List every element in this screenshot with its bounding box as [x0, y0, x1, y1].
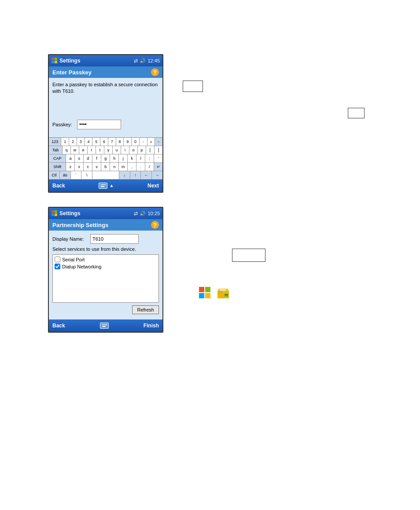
kb-key-cap[interactable]: CAP — [49, 154, 66, 162]
kb-key-n[interactable]: n — [110, 163, 119, 171]
kb-key-q[interactable]: q — [63, 146, 71, 154]
kb-key-u[interactable]: u — [113, 146, 121, 154]
next-button-1[interactable]: Next — [147, 183, 159, 189]
nav-bar-2: Back Finish — [49, 319, 162, 332]
help-icon-1[interactable]: ? — [151, 68, 159, 76]
kb-key-y[interactable]: y — [104, 146, 113, 154]
kb-key-2[interactable]: 2 — [69, 138, 77, 146]
kb-key-l[interactable]: l — [136, 154, 145, 162]
file-manager-icon[interactable] — [217, 287, 229, 299]
kb-key-backspace[interactable]: ← — [155, 138, 162, 146]
kb-key-shift[interactable]: Shift — [49, 163, 66, 171]
kb-key-tab[interactable]: Tab — [49, 146, 63, 154]
kb-key-comma[interactable]: , — [128, 163, 136, 171]
kb-key-space[interactable] — [92, 171, 119, 179]
kb-key-o[interactable]: o — [129, 146, 138, 154]
serial-port-label: Serial Port — [62, 257, 85, 262]
time-display-2: 10:25 — [147, 211, 160, 216]
svg-rect-8 — [105, 184, 106, 185]
windows-start-icon[interactable] — [199, 287, 211, 299]
ps-content: Display Name: Select services to use fro… — [49, 231, 162, 319]
kb-key-ctrl[interactable]: Ctl — [49, 171, 60, 179]
kb-key-e[interactable]: e — [79, 146, 88, 154]
title-text-2: Settings — [59, 210, 80, 216]
passkey-input[interactable] — [77, 120, 121, 129]
finish-button[interactable]: Finish — [144, 323, 159, 329]
kb-key-9[interactable]: 9 — [124, 138, 132, 146]
nav-arrow-1: ▲ — [109, 183, 114, 188]
back-button-2[interactable]: Back — [52, 323, 65, 329]
kb-key-s[interactable]: s — [75, 154, 84, 162]
kb-key-p[interactable]: p — [138, 146, 146, 154]
titlebar-right-1: ⇄ 🔊 12:45 — [134, 58, 160, 64]
floating-rect-1 — [183, 81, 203, 92]
display-name-label: Display Name: — [52, 236, 88, 242]
kb-key-g[interactable]: g — [101, 154, 110, 162]
kb-key-c[interactable]: c — [84, 163, 92, 171]
kb-key-right[interactable]: → — [152, 171, 162, 179]
kb-key-a[interactable]: a — [66, 154, 75, 162]
kb-key-h[interactable]: h — [110, 154, 119, 162]
serial-port-checkbox[interactable] — [55, 257, 60, 262]
kb-key-123[interactable]: 123 — [49, 138, 61, 146]
title-text-1: Settings — [59, 58, 80, 64]
kb-key-up[interactable]: ↑ — [130, 171, 141, 179]
svg-rect-2 — [52, 61, 54, 63]
svg-rect-5 — [101, 184, 102, 185]
keyboard-icon-2[interactable] — [100, 323, 109, 329]
kb-key-b[interactable]: b — [101, 163, 110, 171]
kb-key-m[interactable]: m — [119, 163, 128, 171]
dialup-networking-label: Dialup Networking — [62, 264, 101, 269]
kb-key-1[interactable]: 1 — [61, 138, 69, 146]
windows-flag-icon — [199, 287, 211, 299]
kb-key-0[interactable]: 0 — [132, 138, 140, 146]
kb-key-backtick[interactable]: ` — [71, 171, 82, 179]
help-icon-2[interactable]: ? — [151, 221, 159, 229]
kb-key-5[interactable]: 5 — [92, 138, 100, 146]
kb-key-8[interactable]: 8 — [116, 138, 124, 146]
kb-key-i[interactable]: i — [121, 146, 129, 154]
kb-key-rbracket[interactable]: ] — [155, 146, 162, 154]
kb-key-4[interactable]: 4 — [85, 138, 93, 146]
svg-rect-10 — [52, 210, 54, 213]
display-name-input[interactable] — [90, 234, 139, 244]
serial-port-item: Serial Port — [55, 257, 157, 262]
kb-key-6[interactable]: 6 — [100, 138, 108, 146]
kb-key-r[interactable]: r — [88, 146, 96, 154]
kb-key-down[interactable]: ↓ — [119, 171, 130, 179]
kb-key-k[interactable]: k — [128, 154, 136, 162]
kb-key-period[interactable]: . — [136, 163, 145, 171]
kb-key-minus[interactable]: - — [140, 138, 147, 146]
kb-key-j[interactable]: j — [119, 154, 128, 162]
kb-key-semicolon[interactable]: ; — [145, 154, 154, 162]
kb-key-d[interactable]: d — [84, 154, 92, 162]
kb-key-lbracket[interactable]: [ — [146, 146, 155, 154]
screen1-content: Enter a passkey to establish a secure co… — [49, 78, 162, 137]
kb-key-w[interactable]: w — [71, 146, 79, 154]
kb-key-7[interactable]: 7 — [108, 138, 116, 146]
kb-key-3[interactable]: 3 — [77, 138, 85, 146]
kb-key-intl[interactable]: áü — [60, 171, 71, 179]
kb-key-quote[interactable]: ' — [154, 154, 162, 162]
kb-key-enter[interactable]: ↵ — [154, 163, 162, 171]
kb-key-x[interactable]: x — [75, 163, 84, 171]
svg-rect-3 — [55, 61, 57, 63]
kb-key-left[interactable]: ← — [141, 171, 152, 179]
kb-key-slash[interactable]: / — [145, 163, 154, 171]
kb-key-backslash[interactable]: \ — [81, 171, 92, 179]
keyboard-icon-1[interactable] — [99, 183, 107, 189]
kb-key-equals[interactable]: = — [147, 138, 155, 146]
passkey-row: Passkey: — [52, 120, 159, 129]
kb-key-t[interactable]: t — [96, 146, 104, 154]
svg-rect-16 — [103, 324, 104, 325]
time-display-1: 12:45 — [147, 58, 160, 63]
dialup-networking-checkbox[interactable] — [55, 264, 60, 269]
kb-key-f[interactable]: f — [92, 154, 101, 162]
section-header-1: Enter Passkey ? — [49, 66, 162, 78]
kb-key-z[interactable]: z — [66, 163, 75, 171]
kb-row-3: CAP a s d f g h j k l ; ' — [49, 154, 162, 163]
back-button-1[interactable]: Back — [52, 183, 65, 189]
dialup-networking-item: Dialup Networking — [55, 264, 157, 269]
refresh-button[interactable]: Refresh — [132, 305, 159, 314]
kb-key-v[interactable]: v — [92, 163, 101, 171]
